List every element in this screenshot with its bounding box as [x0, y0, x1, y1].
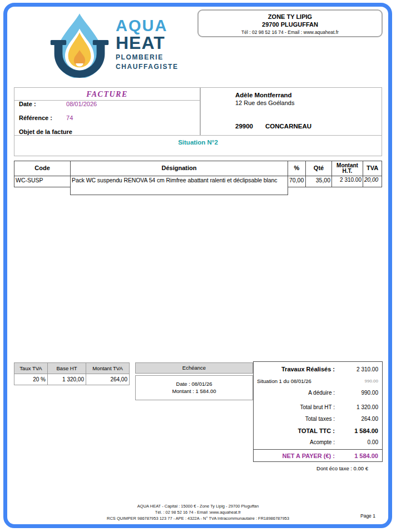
item-designation: Pack WC suspendu RENOVA 54 cm Rimfree ab… [70, 176, 288, 195]
eco-tax-line: Dont éco taxe : 0.00 € [253, 465, 383, 471]
deposit-label: Acompte : [254, 439, 335, 445]
totals-row-deduct: A déduire : 990.00 [254, 387, 382, 399]
item-code: WC-SUSP [14, 176, 71, 187]
items-header-designation: Désignation [70, 161, 288, 176]
footer-line2: Tél. : 02 98 52 16 74 - Email :www.aquah… [0, 510, 396, 516]
invoice-object-label: Objet de la facture [19, 128, 72, 135]
net-value: 1 584.00 [335, 453, 382, 459]
totals-row-situation: Situation 1 du 08/01/26 990.00 [254, 375, 382, 387]
items-header-qty: Qté [305, 161, 332, 176]
invoice-reference-value: 74 [66, 115, 73, 121]
taxes-label: Total taxes : [254, 416, 335, 422]
vat-table-row: 20 % 1 320,00 264,00 [14, 374, 130, 385]
situation-1-label: Situation 1 du 08/01/26 [254, 378, 335, 384]
vat-header-base: Base HT [47, 362, 86, 374]
customer-name: Adèle Montferrand [235, 92, 382, 98]
company-address-line1: ZONE TY LIPIG [199, 13, 382, 21]
logo-subtitle-chauffagiste: CHAUFFAGISTE [116, 63, 179, 71]
company-address-line2: 29700 PLUGUFFAN [199, 21, 382, 28]
totals-row-works: Travaux Réalisés : 2 310.00 [254, 362, 382, 375]
items-header-amount-ht: Montant H.T. [331, 161, 363, 176]
footer-line1: AQUA HEAT - Capital : 15000 € - Zone Ty … [0, 504, 396, 510]
logo-word-heat: HEAT [116, 34, 179, 52]
net-label: NET A PAYER (€) : [254, 453, 335, 459]
totals-row-ttc: TOTAL TTC : 1 584.00 [254, 425, 382, 436]
logo-wordmark: AQUA HEAT PLOMBERIE CHAUFFAGISTE [116, 18, 179, 80]
gross-ht-label: Total brut HT : [254, 404, 335, 410]
invoice-date-value: 08/01/2026 [66, 101, 97, 107]
situation-banner: Situation N°2 [14, 135, 382, 156]
customer-street: 12 Rue des Goélands [235, 100, 382, 106]
company-address-box: ZONE TY LIPIG 29700 PLUGUFFAN Tél : 02 9… [197, 9, 383, 37]
invoice-reference-row: Référence : 74 [19, 115, 200, 122]
logo-subtitle-plomberie: PLOMBERIE [116, 53, 179, 61]
gross-ht-value: 1 320.00 [335, 404, 382, 410]
vat-summary-table: Taux TVA Base HT Montant TVA 20 % 1 320,… [14, 362, 130, 385]
items-table: Code Désignation % Qté Montant H.T. TVA … [14, 161, 382, 195]
vat-header-amount: Montant TVA [86, 362, 130, 374]
totals-row-deposit: Acompte : 0.00 [254, 436, 382, 448]
deduct-value: 990.00 [335, 390, 382, 396]
item-qty: 35,00 [305, 176, 332, 187]
totals-box: Travaux Réalisés : 2 310.00 Situation 1 … [253, 361, 383, 462]
invoice-header-box: FACTURE Date : 08/01/2026 Référence : 74… [14, 87, 200, 136]
vat-header-rate: Taux TVA [14, 362, 48, 374]
due-date-line: Date : 08/01/26 [136, 381, 253, 388]
items-header-percent: % [288, 161, 306, 176]
item-percent: 70,00 [288, 176, 306, 187]
company-contact-line: Tél : 02 98 52 16 74 - Email : www.aquah… [199, 29, 382, 35]
due-box-header: Echéance [135, 362, 253, 374]
company-logo: AQUA HEAT PLOMBERIE CHAUFFAGISTE [48, 12, 179, 80]
works-label: Travaux Réalisés : [254, 366, 335, 372]
situation-label: Situation N°2 [178, 139, 218, 146]
page-number: Page 1 [360, 513, 375, 519]
item-row: WC-SUSP Pack WC suspendu RENOVA 54 cm Ri… [14, 176, 382, 195]
items-table-header: Code Désignation % Qté Montant H.T. TVA [14, 161, 382, 176]
customer-address-box: Adèle Montferrand 12 Rue des Goélands 29… [200, 87, 382, 136]
footer-line3: RCS QUIMPER 986787953 123 77 - APE : 432… [0, 516, 396, 522]
customer-city: CONCARNEAU [265, 123, 311, 130]
ttc-value: 1 584.00 [335, 427, 382, 434]
vat-base-value: 1 320,00 [47, 374, 86, 385]
due-amount-line: Montant : 1 584.00 [136, 388, 253, 395]
logo-word-aqua: AQUA [116, 18, 179, 34]
logo-waterdrop-flame-pipe-icon [48, 12, 111, 80]
customer-postal-code: 29900 [235, 123, 253, 130]
item-amount-ht: 2 310.00 [331, 176, 363, 187]
totals-row-taxes: Total taxes : 264.00 [254, 413, 382, 425]
invoice-date-row: Date : 08/01/2026 [19, 101, 200, 108]
item-tva: 20,00 [363, 176, 382, 187]
totals-row-net: NET A PAYER (€) : 1 584.00 [254, 449, 382, 461]
deposit-value: 0.00 [335, 439, 382, 445]
customer-city-line: 29900CONCARNEAU [235, 123, 382, 130]
due-box-body: Date : 08/01/26 Montant : 1 584.00 [135, 375, 253, 400]
footer: AQUA HEAT - Capital : 15000 € - Zone Ty … [0, 504, 396, 522]
deduct-label: A déduire : [254, 390, 335, 396]
vat-rate-value: 20 % [14, 374, 48, 385]
vat-table-header: Taux TVA Base HT Montant TVA [14, 362, 130, 374]
totals-row-gross: Total brut HT : 1 320.00 [254, 401, 382, 413]
situation-1-value: 990.00 [335, 379, 382, 384]
works-value: 2 310.00 [335, 366, 382, 372]
vat-amount-value: 264,00 [86, 374, 130, 385]
invoice-title: FACTURE [14, 88, 200, 101]
items-header-tva: TVA [363, 161, 382, 176]
items-header-amount-line2: H.T. [343, 168, 353, 175]
taxes-value: 264.00 [335, 416, 382, 422]
items-header-code: Code [14, 161, 71, 176]
invoice-date-label: Date : [19, 101, 65, 108]
invoice-reference-label: Référence : [19, 115, 65, 122]
ttc-label: TOTAL TTC : [254, 427, 335, 434]
